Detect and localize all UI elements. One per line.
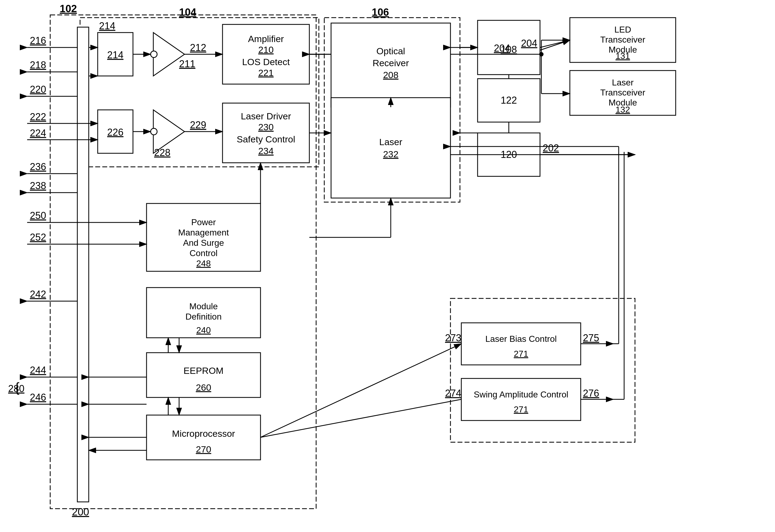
optical-receiver-number: 208: [383, 70, 399, 80]
led-transceiver-label2: Transceiver: [600, 35, 645, 44]
svg-point-11: [151, 51, 157, 58]
laser-transceiver-label1: Laser: [612, 78, 634, 87]
laser-bias-number: 271: [514, 349, 528, 359]
laser-driver-label: Laser Driver: [241, 111, 291, 121]
laser-bias-label: Laser Bias Control: [485, 334, 557, 344]
label-220: 220: [30, 84, 46, 95]
label-273: 273: [445, 332, 461, 343]
eeprom-label: EEPROM: [183, 365, 223, 376]
label-200: 200: [72, 506, 89, 518]
los-detect-label: LOS Detect: [242, 57, 290, 67]
power-mgmt-number: 248: [196, 259, 210, 268]
laser-transceiver-label2: Transceiver: [600, 88, 645, 97]
laser-number: 232: [383, 149, 399, 159]
label-276: 276: [583, 388, 599, 399]
label-218: 218: [30, 59, 46, 71]
label-229: 229: [190, 119, 206, 130]
optical-receiver-label: Optical: [376, 46, 405, 56]
svg-rect-30: [77, 27, 89, 502]
label-250: 250: [30, 210, 46, 221]
module-def-label2: Definition: [185, 312, 221, 321]
power-mgmt-label4: Control: [189, 248, 217, 258]
label-274: 274: [445, 388, 461, 399]
los-detect-number: 221: [258, 68, 274, 78]
label-280: 280: [8, 383, 24, 394]
svg-point-92: [539, 52, 544, 56]
laser-driver-number: 230: [258, 122, 274, 132]
label-106: 106: [372, 7, 389, 18]
label-226: 226: [107, 127, 123, 138]
label-122: 122: [501, 95, 517, 106]
label-204-2: 204: [494, 43, 510, 54]
amplifier-label: Amplifier: [248, 34, 284, 44]
optical-receiver-label2: Receiver: [372, 58, 409, 68]
label-244: 244: [30, 365, 46, 376]
label-242: 242: [30, 289, 46, 300]
label-214-top: 214: [99, 20, 115, 31]
amplifier-number: 210: [258, 44, 274, 55]
label-246: 246: [30, 392, 46, 403]
safety-control-label: Safety Control: [237, 134, 295, 144]
label-222: 222: [30, 111, 46, 122]
power-mgmt-label3: And Surge: [183, 238, 224, 248]
power-mgmt-label2: Management: [178, 228, 229, 237]
label-204: 204: [521, 38, 537, 49]
svg-rect-17: [331, 98, 451, 198]
led-transceiver-number: 131: [616, 51, 630, 61]
label-236: 236: [30, 161, 46, 172]
label-211: 211: [179, 58, 195, 69]
svg-point-15: [151, 128, 157, 135]
label-102: 102: [60, 3, 77, 14]
microprocessor-number: 270: [196, 444, 211, 454]
safety-control-number: 234: [258, 146, 274, 156]
label-228: 228: [154, 147, 170, 158]
label-238: 238: [30, 180, 46, 191]
microprocessor-label: Microprocessor: [172, 428, 235, 439]
swing-amp-number: 271: [514, 404, 528, 414]
label-252: 252: [30, 232, 46, 243]
label-104: 104: [179, 7, 196, 18]
label-275: 275: [583, 332, 599, 343]
module-def-label1: Module: [189, 301, 218, 311]
laser-label: Laser: [379, 137, 402, 147]
led-transceiver-label1: LED: [614, 25, 631, 34]
label-212: 212: [190, 42, 206, 53]
label-214: 214: [107, 49, 123, 60]
label-216: 216: [30, 35, 46, 46]
label-224: 224: [30, 128, 46, 139]
eeprom-number: 260: [196, 382, 211, 393]
block-diagram: 102 104 106 Amplifier 210 LOS Detect 221…: [0, 0, 775, 532]
power-mgmt-label1: Power: [191, 217, 216, 227]
label-202: 202: [543, 142, 559, 154]
laser-transceiver-number: 132: [616, 105, 630, 114]
module-def-number: 240: [196, 325, 210, 335]
swing-amp-label: Swing Amplitude Control: [474, 390, 569, 399]
